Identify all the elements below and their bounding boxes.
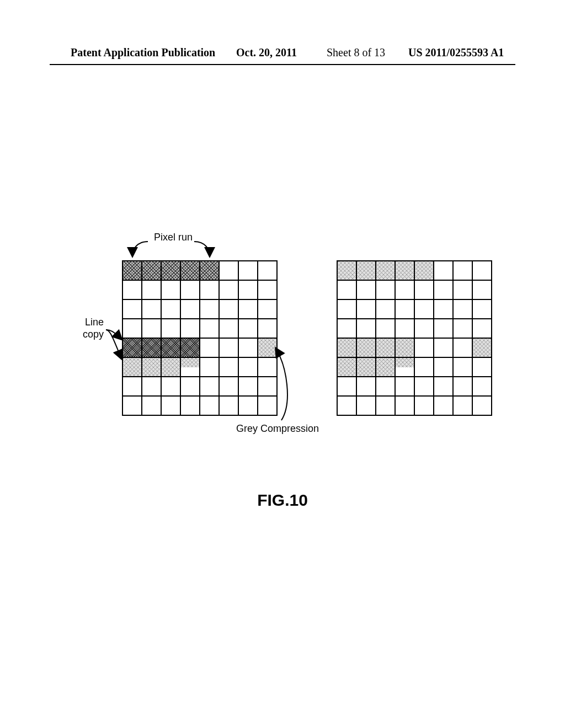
grid-cell	[238, 299, 258, 319]
grid-cell	[161, 280, 180, 299]
arrow-line-copy-upper-icon	[106, 330, 121, 339]
grid-cell	[414, 299, 434, 319]
grid-left-table	[122, 260, 278, 416]
grid-cell	[200, 299, 219, 319]
grid-cell	[453, 261, 472, 280]
grid-cell	[376, 280, 395, 299]
grid-cell	[258, 357, 277, 377]
arrow-pixel-run-right-icon	[194, 242, 210, 256]
grid-cell	[472, 396, 492, 415]
grid-cell	[258, 261, 277, 280]
grid-cell	[142, 280, 161, 299]
grid-cell	[142, 338, 161, 357]
grid-cell	[238, 280, 258, 299]
grid-cell	[161, 319, 180, 338]
grid-cell	[434, 338, 453, 357]
grid-left	[122, 260, 278, 416]
figure-stage: Pixel run Line copy Grey Compression FIG…	[0, 0, 565, 728]
grid-cell	[122, 280, 142, 299]
grid-cell	[180, 280, 200, 299]
grid-cell	[200, 280, 219, 299]
grid-cell	[434, 299, 453, 319]
grid-cell	[356, 338, 376, 357]
grid-cell	[258, 319, 277, 338]
grid-cell	[395, 280, 414, 299]
grid-cell	[434, 396, 453, 415]
grid-cell	[434, 261, 453, 280]
grid-cell	[238, 396, 258, 415]
grid-cell	[258, 377, 277, 396]
grid-cell	[180, 319, 200, 338]
label-line-copy: Line copy	[71, 316, 104, 340]
grid-cell	[122, 396, 142, 415]
grid-cell	[376, 338, 395, 357]
grid-cell	[219, 280, 238, 299]
grid-cell	[414, 396, 434, 415]
grid-cell	[356, 280, 376, 299]
grid-cell	[258, 396, 277, 415]
grid-cell	[337, 280, 356, 299]
grid-cell	[434, 280, 453, 299]
grid-cell	[414, 261, 434, 280]
grid-cell	[472, 299, 492, 319]
grid-cell	[453, 280, 472, 299]
grid-cell	[434, 377, 453, 396]
grid-cell	[258, 299, 277, 319]
grid-cell	[200, 261, 219, 280]
grid-cell	[356, 261, 376, 280]
grid-cell	[219, 299, 238, 319]
grid-cell	[356, 299, 376, 319]
grid-cell	[414, 338, 434, 357]
grid-cell	[395, 261, 414, 280]
grid-cell	[142, 299, 161, 319]
grid-cell	[142, 377, 161, 396]
grid-cell	[395, 377, 414, 396]
grid-cell	[258, 338, 277, 357]
grid-cell	[238, 377, 258, 396]
grid-cell	[337, 261, 356, 280]
grid-cell	[434, 357, 453, 377]
grid-cell	[337, 357, 356, 377]
grid-cell	[200, 396, 219, 415]
grid-cell	[376, 357, 395, 377]
grid-cell	[453, 319, 472, 338]
grid-cell	[356, 396, 376, 415]
grid-cell	[258, 280, 277, 299]
grid-cell	[453, 357, 472, 377]
grid-cell	[142, 396, 161, 415]
grid-cell	[180, 299, 200, 319]
figure-number: FIG.10	[0, 491, 565, 510]
grid-cell	[161, 299, 180, 319]
grid-cell	[337, 338, 356, 357]
grid-cell	[395, 319, 414, 338]
grid-cell	[434, 319, 453, 338]
grid-cell	[219, 377, 238, 396]
grid-cell	[161, 338, 180, 357]
arrow-pixel-run-left-icon	[132, 242, 148, 256]
grid-cell	[238, 338, 258, 357]
grid-cell	[180, 261, 200, 280]
grid-cell	[376, 377, 395, 396]
grid-cell	[337, 377, 356, 396]
grid-cell	[161, 396, 180, 415]
grid-cell	[219, 319, 238, 338]
grid-cell	[472, 377, 492, 396]
grid-cell	[122, 299, 142, 319]
grid-cell	[395, 299, 414, 319]
grid-cell	[453, 338, 472, 357]
grid-cell	[414, 377, 434, 396]
grid-cell	[238, 357, 258, 377]
grid-cell	[142, 261, 161, 280]
grid-cell	[238, 261, 258, 280]
grid-cell	[219, 261, 238, 280]
grid-cell	[161, 261, 180, 280]
grid-cell	[180, 357, 200, 377]
grid-cell	[200, 377, 219, 396]
grid-cell	[161, 377, 180, 396]
grid-cell	[376, 261, 395, 280]
grid-cell	[472, 319, 492, 338]
grid-cell	[122, 377, 142, 396]
grid-cell	[219, 338, 238, 357]
arrow-line-copy-lower-icon	[106, 330, 121, 358]
grid-cell	[122, 261, 142, 280]
